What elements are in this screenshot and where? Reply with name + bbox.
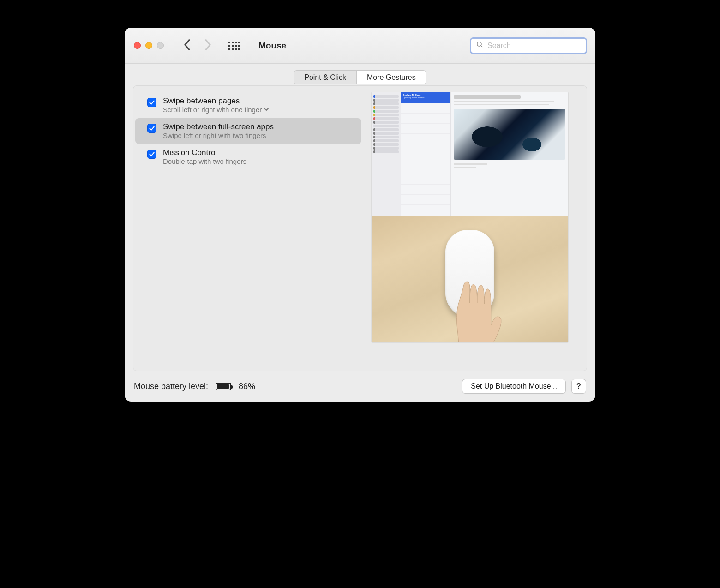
search-field[interactable] xyxy=(470,37,587,54)
close-window-button[interactable] xyxy=(134,42,141,49)
battery-icon xyxy=(216,383,231,390)
checkbox-swipe-fullscreen[interactable] xyxy=(147,124,156,133)
help-button[interactable]: ? xyxy=(571,379,586,394)
gesture-preview-video: Andrew Mulligan Upcoming lecture materia… xyxy=(372,92,568,342)
search-icon xyxy=(476,41,484,50)
content-panel: Swipe between pagesScroll left or right … xyxy=(133,85,587,371)
window-title: Mouse xyxy=(258,41,286,51)
svg-point-0 xyxy=(477,42,481,46)
hand-icon xyxy=(434,259,512,342)
preview-mail-image xyxy=(454,109,565,160)
titlebar: Mouse xyxy=(125,28,595,64)
gesture-title: Swipe between full-screen apps xyxy=(163,122,274,132)
gesture-title: Mission Control xyxy=(163,148,246,157)
gesture-preview-area: Andrew Mulligan Upcoming lecture materia… xyxy=(363,86,587,371)
search-input[interactable] xyxy=(487,42,581,50)
show-all-prefs-button[interactable] xyxy=(228,42,240,50)
gesture-subtitle[interactable]: Scroll left or right with one finger xyxy=(163,106,269,114)
minimize-window-button[interactable] xyxy=(145,42,152,49)
battery-label: Mouse battery level: xyxy=(134,382,208,391)
zoom-window-button xyxy=(157,42,164,49)
gesture-subtitle: Swipe left or right with two fingers xyxy=(163,132,274,139)
nav-forward-button xyxy=(204,39,212,53)
gesture-item-swipe-pages[interactable]: Swipe between pagesScroll left or right … xyxy=(135,92,361,118)
footer: Mouse battery level: 86% Set Up Bluetoot… xyxy=(125,371,595,402)
checkbox-swipe-pages[interactable] xyxy=(147,98,156,107)
gesture-list: Swipe between pagesScroll left or right … xyxy=(133,86,363,371)
setup-bluetooth-mouse-button[interactable]: Set Up Bluetooth Mouse... xyxy=(462,379,566,394)
tab-point-and-click[interactable]: Point & Click xyxy=(294,71,357,84)
checkbox-mission-control[interactable] xyxy=(147,150,156,159)
gesture-subtitle: Double-tap with two fingers xyxy=(163,157,246,165)
tab-more-gestures[interactable]: More Gestures xyxy=(357,71,426,84)
battery-percent: 86% xyxy=(239,382,255,391)
preview-mail-subject: Upcoming lecture material xyxy=(403,96,449,99)
window-controls xyxy=(134,42,164,49)
gesture-item-swipe-fullscreen[interactable]: Swipe between full-screen appsSwipe left… xyxy=(135,118,361,144)
gesture-item-mission-control[interactable]: Mission ControlDouble-tap with two finge… xyxy=(135,144,361,170)
gesture-title: Swipe between pages xyxy=(163,96,269,106)
tab-bar: Point & Click More Gestures xyxy=(294,70,426,84)
preferences-window: Mouse Point & Click More Gestures Swipe … xyxy=(125,28,595,402)
svg-line-1 xyxy=(481,46,482,47)
nav-back-button[interactable] xyxy=(183,39,192,53)
chevron-down-icon xyxy=(264,106,269,114)
